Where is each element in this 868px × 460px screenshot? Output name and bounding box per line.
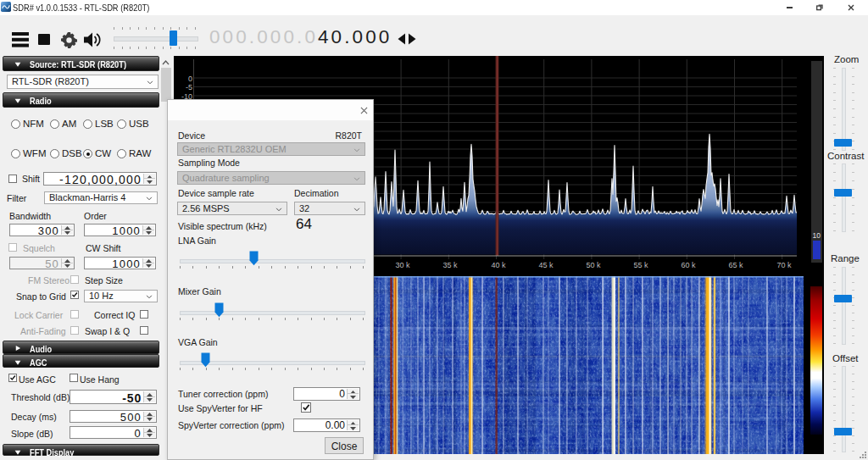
svg-text:45 k: 45 k (538, 261, 554, 269)
svg-text:65 k: 65 k (728, 261, 743, 269)
svg-text:40 k: 40 k (491, 261, 506, 269)
svg-text:30 k: 30 k (395, 261, 410, 269)
svg-text:55 k: 55 k (633, 261, 648, 269)
svg-text:70 k: 70 k (776, 261, 792, 269)
svg-text:35 k: 35 k (442, 261, 458, 269)
svg-text:50 k: 50 k (586, 261, 601, 269)
svg-text:60 k: 60 k (681, 261, 696, 269)
svg-text:-5: -5 (186, 83, 192, 91)
svg-text:10: 10 (813, 231, 821, 240)
svg-text:0: 0 (188, 75, 192, 83)
